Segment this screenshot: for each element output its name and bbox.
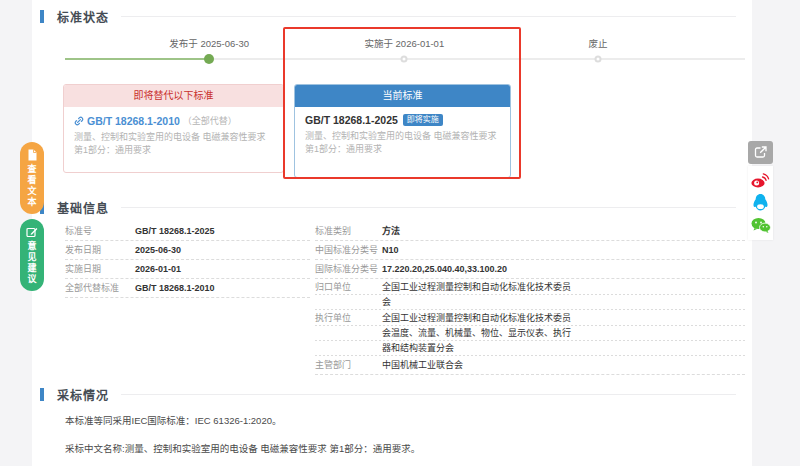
share-button[interactable] xyxy=(748,141,773,164)
social-share-strip xyxy=(748,166,773,240)
timeline-published-label: 发布于 2025-06-30 xyxy=(169,36,249,50)
info-value: 方法 xyxy=(382,222,572,240)
timeline-implemented-label: 实施于 2026-01-01 xyxy=(364,36,444,50)
standard-status-timeline: 发布于 2025-06-30 实施于 2026-01-01 废止 xyxy=(65,36,745,68)
current-standard-description: 测量、控制和实验室用的电设备 电磁兼容性要求 第1部分：通用要求 xyxy=(305,130,500,156)
feedback-label: 意见建议 xyxy=(26,241,39,285)
view-text-label: 查看文本 xyxy=(26,164,39,208)
centralized-unit-link[interactable]: 全国工业过程测量控制和自动化标准化技术委员会 xyxy=(382,280,572,310)
current-standard-card: 当前标准 GB/T 18268.1-2025 即将实施 测量、控制和实验室用的电… xyxy=(294,84,511,178)
info-value: GB/T 18268.1-2010 xyxy=(135,279,215,297)
view-text-button[interactable]: 查看文本 xyxy=(20,142,44,214)
timeline-abolished-dot xyxy=(595,56,602,63)
status-section-title: 标准状态 xyxy=(57,8,109,25)
previous-card-header: 即将替代以下标准 xyxy=(64,85,283,107)
info-label: 发布日期 xyxy=(65,241,135,259)
info-value: N10 xyxy=(382,241,572,259)
info-value: 2025-06-30 xyxy=(135,241,181,259)
section-divider xyxy=(121,394,736,395)
section-accent-bar xyxy=(40,10,44,23)
adoption-section-title: 采标情况 xyxy=(57,386,109,403)
implementation-status-badge: 即将实施 xyxy=(403,114,443,126)
info-row-ccs-code: 中国标准分类号 N10 xyxy=(315,241,745,260)
current-standard-code: GB/T 18268.1-2025 xyxy=(305,114,398,126)
feedback-button[interactable]: 意见建议 xyxy=(20,219,44,291)
info-label: 标准类别 xyxy=(315,222,382,240)
info-row-ics-code: 国际标准分类号 17.220.20,25.040.40,33.100.20 xyxy=(315,260,745,279)
info-row-category: 标准类别 方法 xyxy=(315,222,745,241)
section-divider xyxy=(121,207,736,208)
info-label: 执行单位 xyxy=(315,311,382,326)
timeline-implemented-dot xyxy=(401,56,408,63)
wechat-icon[interactable] xyxy=(751,217,771,234)
info-row-centralized-unit: 归口单位 全国工业过程测量控制和自动化标准化技术委员会 xyxy=(315,279,745,310)
info-row-executive-unit: 执行单位 全国工业过程测量控制和自动化标准化技术委员会温度、流量、机械量、物位、… xyxy=(315,310,745,356)
basic-info-section-title: 基础信息 xyxy=(57,199,109,216)
basic-info-left-column: 标准号 GB/T 18268.1-2025 发布日期 2025-06-30 实施… xyxy=(65,222,310,298)
info-row-implement-date: 实施日期 2026-01-01 xyxy=(65,260,310,279)
section-divider xyxy=(121,16,736,17)
qq-icon[interactable] xyxy=(752,193,769,212)
adoption-section-header: 采标情况 xyxy=(40,386,744,402)
info-value: 2026-01-01 xyxy=(135,260,181,278)
share-icon xyxy=(753,145,768,160)
info-label: 归口单位 xyxy=(315,280,382,295)
timeline-progress xyxy=(65,58,209,60)
timeline-published-dot xyxy=(204,54,214,64)
content-panel: 标准状态 发布于 2025-06-30 实施于 2026-01-01 废止 即将… xyxy=(32,0,752,466)
adoption-chinese-name: 采标中文名称:测量、控制和实验室用的电设备 电磁兼容性要求 第1部分：通用要求。 xyxy=(65,441,420,455)
competent-department-link[interactable]: 中国机械工业联合会 xyxy=(382,356,572,374)
executive-unit-link[interactable]: 全国工业过程测量控制和自动化标准化技术委员会温度、流量、机械量、物位、显示仪表、… xyxy=(382,311,572,356)
replace-note: （全部代替） xyxy=(183,114,237,127)
info-label: 主管部门 xyxy=(315,356,382,374)
info-row-replaced-standard: 全部代替标准 GB/T 18268.1-2010 xyxy=(65,279,310,298)
edit-icon xyxy=(26,226,38,238)
link-icon xyxy=(74,116,84,126)
basic-info-right-column: 标准类别 方法 中国标准分类号 N10 国际标准分类号 17.220.20,25… xyxy=(315,222,745,375)
previous-standard-link[interactable]: GB/T 18268.1-2010 xyxy=(87,115,180,127)
basic-info-section-header: 基础信息 xyxy=(40,199,744,215)
info-label: 标准号 xyxy=(65,222,135,240)
timeline-abolished-label: 废止 xyxy=(589,36,608,50)
info-label: 国际标准分类号 xyxy=(315,260,382,278)
info-label: 实施日期 xyxy=(65,260,135,278)
info-value: GB/T 18268.1-2025 xyxy=(135,222,215,240)
info-label: 全部代替标准 xyxy=(65,279,135,297)
document-icon xyxy=(27,149,38,161)
weibo-icon[interactable] xyxy=(751,172,770,188)
info-row-competent-department: 主管部门 中国机械工业联合会 xyxy=(315,356,745,375)
info-label: 中国标准分类号 xyxy=(315,241,382,259)
section-accent-bar xyxy=(40,388,44,401)
info-row-publish-date: 发布日期 2025-06-30 xyxy=(65,241,310,260)
previous-standard-description: 测量、控制和实验室用的电设备 电磁兼容性要求 第1部分：通用要求 xyxy=(74,131,273,157)
info-value: 17.220.20,25.040.40,33.100.20 xyxy=(382,260,572,278)
status-section-header: 标准状态 xyxy=(40,8,744,24)
previous-standard-card: 即将替代以下标准 GB/T 18268.1-2010 （全部代替） 测量、控制和… xyxy=(63,84,284,173)
current-card-header: 当前标准 xyxy=(295,85,510,107)
info-row-standard-no: 标准号 GB/T 18268.1-2025 xyxy=(65,222,310,241)
adoption-statement: 本标准等同采用IEC国际标准：IEC 61326-1:2020。 xyxy=(65,413,281,427)
